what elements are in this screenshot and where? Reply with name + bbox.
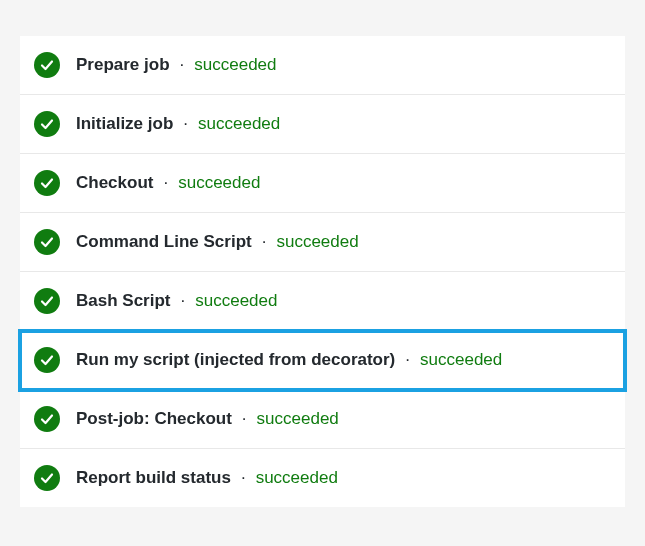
success-check-icon [34, 170, 60, 196]
step-label: Command Line Script [76, 232, 252, 252]
step-status: succeeded [257, 409, 339, 429]
step-separator: · [242, 409, 247, 429]
step-content: Report build status · succeeded [76, 468, 338, 488]
step-status: succeeded [276, 232, 358, 252]
pipeline-steps-list: Prepare job · succeeded Initialize job ·… [20, 36, 625, 507]
success-check-icon [34, 347, 60, 373]
step-status: succeeded [420, 350, 502, 370]
step-label: Bash Script [76, 291, 170, 311]
step-separator: · [241, 468, 246, 488]
success-check-icon [34, 406, 60, 432]
step-content: Run my script (injected from decorator) … [76, 350, 502, 370]
step-row-command-line-script[interactable]: Command Line Script · succeeded [20, 213, 625, 272]
success-check-icon [34, 465, 60, 491]
step-separator: · [183, 114, 188, 134]
success-check-icon [34, 52, 60, 78]
step-status: succeeded [256, 468, 338, 488]
step-row-bash-script[interactable]: Bash Script · succeeded [20, 272, 625, 331]
success-check-icon [34, 288, 60, 314]
step-label: Checkout [76, 173, 153, 193]
step-content: Prepare job · succeeded [76, 55, 277, 75]
step-content: Command Line Script · succeeded [76, 232, 359, 252]
step-separator: · [163, 173, 168, 193]
step-content: Checkout · succeeded [76, 173, 260, 193]
step-label: Report build status [76, 468, 231, 488]
step-row-post-job-checkout[interactable]: Post-job: Checkout · succeeded [20, 390, 625, 449]
step-separator: · [405, 350, 410, 370]
step-status: succeeded [195, 291, 277, 311]
step-row-run-my-script[interactable]: Run my script (injected from decorator) … [20, 331, 625, 390]
success-check-icon [34, 229, 60, 255]
step-content: Initialize job · succeeded [76, 114, 280, 134]
step-label: Post-job: Checkout [76, 409, 232, 429]
step-status: succeeded [194, 55, 276, 75]
step-row-prepare-job[interactable]: Prepare job · succeeded [20, 36, 625, 95]
step-content: Post-job: Checkout · succeeded [76, 409, 339, 429]
success-check-icon [34, 111, 60, 137]
step-separator: · [180, 291, 185, 311]
step-content: Bash Script · succeeded [76, 291, 277, 311]
step-separator: · [262, 232, 267, 252]
step-label: Initialize job [76, 114, 173, 134]
step-label: Run my script (injected from decorator) [76, 350, 395, 370]
step-label: Prepare job [76, 55, 170, 75]
step-row-checkout[interactable]: Checkout · succeeded [20, 154, 625, 213]
step-separator: · [180, 55, 185, 75]
step-status: succeeded [198, 114, 280, 134]
step-row-report-build-status[interactable]: Report build status · succeeded [20, 449, 625, 507]
step-row-initialize-job[interactable]: Initialize job · succeeded [20, 95, 625, 154]
step-status: succeeded [178, 173, 260, 193]
